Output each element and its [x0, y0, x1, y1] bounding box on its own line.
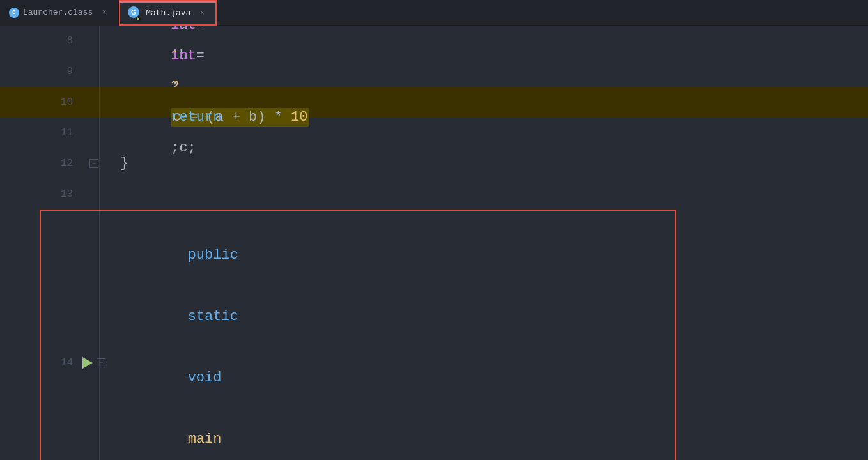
method-main: main	[188, 431, 222, 447]
math-play-overlay	[136, 16, 141, 22]
code-line-14: 14 − public static void main (String[] a…	[0, 210, 868, 460]
kw-static: static	[188, 309, 238, 325]
math-icon-wrapper: G	[128, 6, 139, 20]
gutter-icons-14: −	[78, 357, 110, 369]
kw-void: void	[188, 370, 222, 386]
line-number-10: 10	[52, 96, 73, 108]
line-number-14: 14	[52, 357, 73, 369]
tab-math[interactable]: G Math.java ×	[119, 0, 217, 26]
tab-launcher[interactable]: C Launcher.class ×	[0, 0, 119, 26]
red-box-section: 14 − public static void main (String[] a…	[0, 210, 868, 460]
gutter-9: 9	[0, 56, 115, 87]
tab-bar: C Launcher.class × G Math.java ×	[0, 0, 868, 26]
gutter-13: 13	[0, 179, 115, 210]
keyword-int-10: int	[171, 48, 196, 64]
launcher-icon: C	[9, 8, 19, 18]
gutter-icons-12: −	[78, 159, 110, 168]
guide-line-14	[99, 210, 100, 460]
code-content-14: public static void main (String[] args) …	[115, 210, 868, 460]
fold-icon-14[interactable]: −	[97, 358, 105, 367]
fold-icon-12[interactable]: −	[89, 159, 98, 168]
line-number-8: 8	[52, 35, 73, 47]
tab-launcher-label: Launcher.class	[23, 8, 93, 17]
code-line-13: 13	[0, 179, 868, 210]
play-button-14[interactable]	[82, 357, 93, 369]
gutter-8: 8	[0, 26, 115, 56]
guide-line-12	[99, 148, 100, 179]
line-number-13: 13	[52, 188, 73, 200]
gutter-11: 11	[0, 118, 115, 148]
line-number-11: 11	[52, 127, 73, 139]
gutter-12: 12 −	[0, 148, 115, 179]
tab-launcher-close[interactable]: ×	[99, 8, 109, 18]
guide-line-13	[99, 179, 100, 210]
code-content-12: }	[115, 148, 868, 179]
gutter-14: 14 −	[0, 357, 115, 369]
guide-line	[99, 26, 100, 56]
svg-text:G: G	[131, 9, 136, 16]
guide-line-10	[99, 87, 100, 118]
code-line-12: 12 − }	[0, 148, 868, 179]
gutter-10: 10	[0, 87, 115, 118]
tab-math-close[interactable]: ×	[197, 8, 207, 19]
guide-line-9	[99, 56, 100, 87]
line-number-9: 9	[52, 66, 73, 77]
code-area: 8 int a = 1 ; 9 int b = 2 ; 10	[0, 26, 868, 460]
kw-public: public	[188, 247, 238, 263]
keyword-return: return	[171, 109, 221, 125]
code-line-11: 11 return c;	[0, 118, 868, 148]
tab-math-label: Math.java	[146, 8, 190, 18]
guide-line-11	[99, 118, 100, 148]
line-number-12: 12	[52, 158, 73, 169]
